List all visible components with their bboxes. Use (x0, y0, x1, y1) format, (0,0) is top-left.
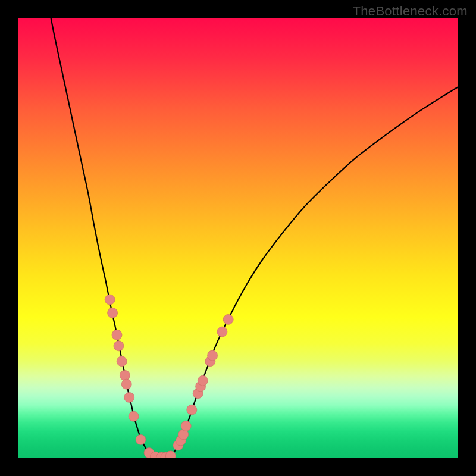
data-dot (136, 434, 146, 444)
data-dot (129, 411, 139, 421)
data-dot (181, 421, 191, 431)
data-dot (105, 295, 115, 305)
data-dot (108, 308, 118, 318)
data-dot (223, 314, 233, 324)
data-dot (117, 356, 127, 367)
data-dot (120, 370, 130, 380)
data-dot (217, 327, 227, 337)
data-dot (112, 330, 122, 340)
data-dot (124, 392, 134, 402)
data-dot (208, 350, 218, 361)
data-dot (114, 341, 124, 351)
data-dot (198, 375, 208, 386)
dots-right-group (161, 314, 233, 458)
plot-area (18, 18, 458, 458)
watermark-text: TheBottleneck.com (353, 4, 468, 19)
chart-container: TheBottleneck.com (0, 0, 476, 476)
left-curve (51, 18, 164, 458)
data-dot (187, 405, 197, 415)
right-curve (163, 87, 458, 457)
data-dot (121, 379, 131, 389)
chart-svg (18, 18, 458, 458)
